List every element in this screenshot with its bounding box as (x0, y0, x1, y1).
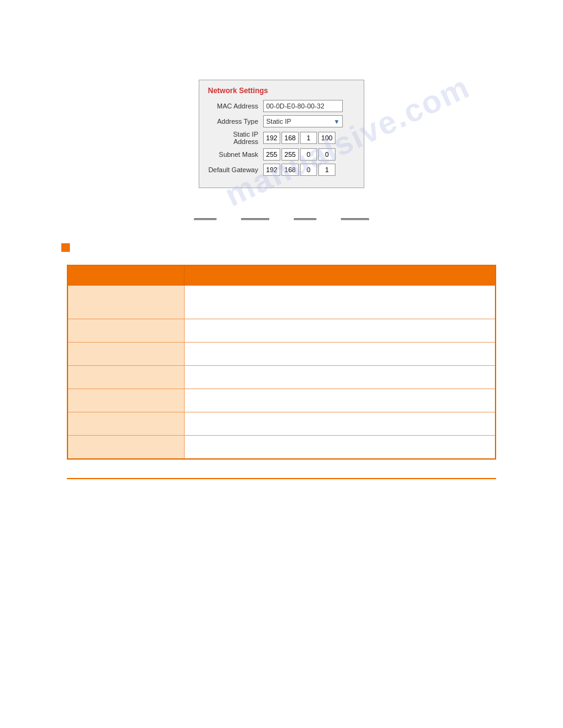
table-row (67, 389, 496, 412)
table-row (67, 286, 496, 319)
sep-link-1[interactable] (194, 211, 216, 220)
table-header-col2 (184, 265, 496, 286)
address-type-row: Address Type Static IP ▼ (208, 115, 355, 127)
orange-bullet-icon (61, 243, 70, 252)
mac-address-input[interactable] (263, 100, 343, 112)
address-type-select[interactable]: Static IP ▼ (263, 115, 343, 127)
table-cell-label (67, 389, 184, 412)
subnet-octet-1[interactable] (263, 148, 280, 161)
table-cell-value (184, 343, 496, 366)
static-ip-octet-1[interactable] (263, 132, 280, 144)
subnet-mask-label: Subnet Mask (208, 151, 263, 158)
table-cell-value (184, 412, 496, 436)
network-panel-title: Network Settings (208, 86, 355, 95)
subnet-mask-row: Subnet Mask (208, 148, 355, 161)
separator-area (98, 207, 465, 225)
static-ip-octet-3[interactable] (300, 132, 317, 144)
address-type-label: Address Type (208, 118, 263, 125)
static-ip-fields (263, 132, 335, 144)
table-cell-label (67, 319, 184, 343)
table-row (67, 366, 496, 389)
table-cell-value (184, 389, 496, 412)
table-cell-label (67, 436, 184, 459)
table-header-col1 (67, 265, 184, 286)
table-cell-label (67, 286, 184, 319)
network-settings-panel: Network Settings MAC Address Address Typ… (199, 80, 364, 188)
table-cell-value (184, 366, 496, 389)
mac-address-row: MAC Address (208, 100, 355, 112)
table-cell-label (67, 343, 184, 366)
default-gateway-row: Default Gateway (208, 164, 355, 176)
gateway-octet-4[interactable] (318, 164, 335, 176)
table-row (67, 343, 496, 366)
table-row (67, 412, 496, 436)
default-gateway-label: Default Gateway (208, 166, 263, 173)
subnet-octet-2[interactable] (282, 148, 299, 161)
table-cell-value (184, 286, 496, 319)
subnet-octet-4[interactable] (318, 148, 335, 161)
gateway-octet-1[interactable] (263, 164, 280, 176)
table-row (67, 319, 496, 343)
static-ip-label: Static IP Address (208, 131, 263, 145)
gateway-octet-3[interactable] (300, 164, 317, 176)
sep-link-2[interactable] (241, 211, 269, 220)
table-cell-value (184, 319, 496, 343)
sep-link-3[interactable] (294, 211, 316, 220)
table-wrapper (67, 265, 496, 460)
bottom-separator (67, 478, 496, 479)
table-cell-value (184, 436, 496, 459)
dropdown-arrow-icon: ▼ (334, 118, 340, 125)
gateway-octet-2[interactable] (282, 164, 299, 176)
subnet-octet-3[interactable] (300, 148, 317, 161)
static-ip-octet-2[interactable] (282, 132, 299, 144)
mac-address-label: MAC Address (208, 102, 263, 110)
table-cell-label (67, 412, 184, 436)
static-ip-row: Static IP Address (208, 131, 355, 145)
table-cell-label (67, 366, 184, 389)
table-row (67, 436, 496, 459)
subnet-mask-fields (263, 148, 335, 161)
bullet-section (61, 243, 563, 259)
address-type-value: Static IP (266, 118, 291, 125)
sep-link-4[interactable] (341, 211, 369, 220)
data-table (67, 265, 496, 460)
default-gateway-fields (263, 164, 335, 176)
static-ip-octet-4[interactable] (318, 132, 335, 144)
